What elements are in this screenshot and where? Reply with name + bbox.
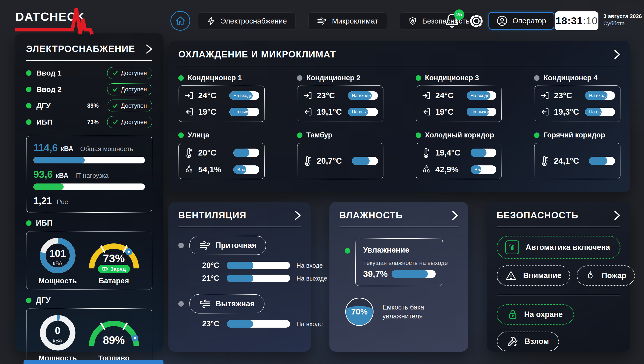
security-panel-title: БЕЗОПАСНОСТЬ [496, 210, 578, 221]
settings-button[interactable] [468, 13, 484, 29]
status-dot [297, 132, 302, 138]
out-temp-bar: На выходе [585, 108, 615, 116]
clock-time: 18:31 [556, 15, 583, 27]
ups-power-unit: кВА [39, 260, 76, 267]
out-temp-bar: На выходе [348, 108, 378, 116]
notifications-button[interactable]: 25 [444, 12, 462, 30]
zone-temp: 19,4°C [436, 148, 467, 158]
in-temp-bar: На входе [229, 91, 259, 100]
supply-vent-pill[interactable]: Приточная [189, 236, 266, 255]
thermometer-icon [186, 147, 193, 158]
vent-row-label: На выходе [296, 275, 327, 282]
check-icon [112, 119, 118, 125]
main-nav: Электроснабжение Микроклимат Безопасност… [198, 12, 478, 30]
exhaust-vent-pill[interactable]: Вытяжная [189, 294, 264, 314]
ups-gauges-box: 101 кВА Мощность 73% [26, 231, 152, 290]
conditioner-card: Кондиционер 4 23°C На входе 19,3°C На вы… [534, 74, 620, 122]
check-icon [112, 87, 118, 92]
home-icon [175, 16, 186, 26]
pue-label: Pue [57, 198, 68, 206]
ups-power-caption: Мощность [38, 276, 77, 285]
total-power-bar [34, 157, 145, 164]
humidification-name: Увлажнение [363, 246, 435, 254]
it-load-value: 93,6 [34, 169, 53, 180]
nav-power-button[interactable]: Электроснабжение [198, 12, 296, 30]
genset-fuel-gauge: 89% Топливо [88, 314, 140, 362]
chevron-right-icon[interactable] [146, 44, 152, 54]
conditioner-card: Кондиционер 1 24°C На входе 19°C На выхо… [178, 74, 265, 122]
out-temp: 19°C [436, 107, 463, 117]
zone-humidity: 54,1% [198, 165, 230, 174]
source-percent: 73% [87, 119, 98, 126]
chevron-right-icon[interactable] [614, 50, 620, 60]
zone-card: Улица 20°C 54,1% Влажность [178, 131, 265, 179]
status-dot [534, 132, 540, 138]
thermometer-icon [541, 156, 549, 166]
status-dot [178, 132, 184, 138]
scroll-indicator[interactable] [24, 360, 164, 364]
status-dot [345, 248, 350, 254]
tank-caption: Емкость бака увлажнителя [382, 303, 440, 321]
source-name: Ввод 2 [36, 85, 62, 94]
humidity-description: Текущая влажность на выходе [363, 260, 435, 266]
zone-humidity: 42,9% [436, 165, 467, 174]
warning-icon [505, 270, 517, 281]
thermometer-icon [304, 156, 312, 166]
flame-icon [585, 270, 595, 281]
automation-pill[interactable]: Автоматика включена [496, 236, 620, 259]
enter-icon [540, 91, 550, 100]
in-temp-bar: На входе [348, 91, 378, 100]
chevron-right-icon[interactable] [614, 210, 620, 220]
zone-temp-bar [233, 148, 259, 157]
in-temp-bar: На входе [585, 91, 615, 100]
logo: DATCHECK [15, 6, 104, 31]
operator-label: Оператор [512, 16, 546, 25]
zone-temp-bar [589, 157, 615, 165]
humidity-panel-title: ВЛАЖНОСТЬ [339, 210, 403, 221]
nav-microclimate-button[interactable]: Микроклимат [308, 12, 387, 30]
intrusion-pill: Взлом [496, 332, 559, 351]
armed-pill[interactable]: На охране [496, 304, 574, 325]
status-dot [416, 75, 421, 81]
total-power-label: Общая мощность [80, 145, 133, 153]
status-dot [178, 243, 184, 248]
chevron-right-icon[interactable] [452, 210, 458, 220]
status-dot [26, 119, 32, 125]
zone-card: Тамбур 20,7°C [297, 131, 384, 179]
lock-icon [508, 309, 518, 320]
genset-header: ДГУ [26, 296, 152, 305]
wind-right-icon [199, 240, 210, 251]
zone-temp-bar [352, 157, 378, 165]
vent-row-label: На входе [296, 320, 323, 328]
power-source-row: ДГУ 89% Доступен [26, 98, 152, 114]
date-block: 3 августа 2026 Суббота [604, 13, 642, 27]
zone-card: Холодный коридор 19,4°C 42,9% Влажность [416, 131, 502, 179]
battery-charge-icon [102, 267, 108, 271]
attention-pill: Внимание [496, 266, 570, 286]
zone-temp: 20,7°C [317, 156, 348, 166]
status-badge: Доступен [107, 67, 152, 79]
vent-bar [227, 274, 290, 282]
status-dot [26, 87, 32, 92]
wind-icon [317, 16, 326, 26]
chevron-right-icon[interactable] [294, 210, 301, 220]
dashboard-root: DATCHECK Электроснабжение Микроклимат [0, 0, 644, 364]
ups-power-value: 101 [39, 248, 76, 259]
ups-battery-caption: Батарея [99, 276, 129, 285]
operator-button[interactable]: Оператор [488, 12, 554, 30]
it-load-label: IT-нагрузка [75, 172, 108, 180]
armed-label: На охране [524, 310, 563, 319]
clock-seconds: :10 [583, 15, 598, 27]
in-temp: 24°C [198, 91, 226, 100]
ups-battery-value: 73% [88, 252, 140, 265]
gear-icon [468, 13, 484, 29]
conditioner-name: Кондиционер 2 [306, 74, 360, 82]
enter-icon [422, 91, 432, 100]
nav-security-button[interactable]: Безопасность [400, 12, 478, 30]
droplets-icon [422, 165, 432, 174]
pue-value: 1,21 [34, 196, 52, 206]
home-button[interactable] [170, 11, 190, 31]
exit-icon [303, 107, 313, 117]
zone-name: Тамбур [306, 131, 332, 139]
status-badge: Доступен [107, 83, 152, 96]
